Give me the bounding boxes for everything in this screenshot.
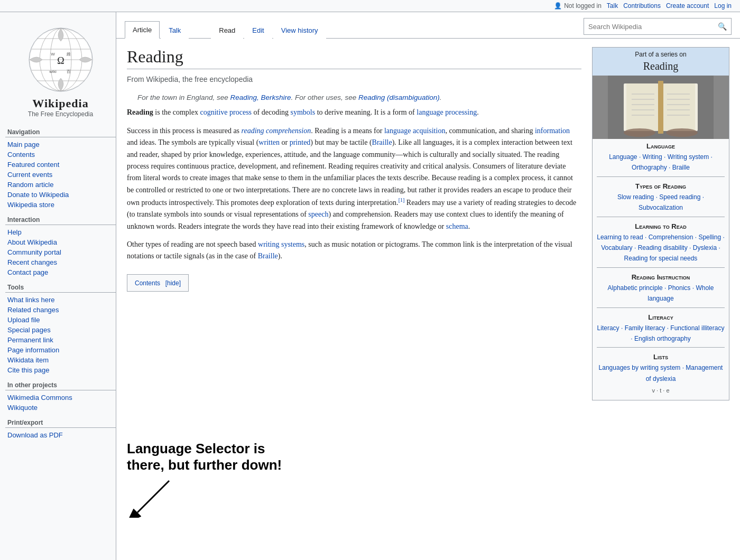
sidebar-item-contents[interactable]: Contents (5, 150, 116, 160)
language-acquisition-link[interactable]: language acquisition (384, 127, 445, 135)
learning-to-read-link[interactable]: Learning to read (597, 234, 643, 241)
sidebar-item-cite-this-page[interactable]: Cite this page (5, 365, 116, 375)
phonics-link[interactable]: Phonics (668, 284, 691, 292)
speed-reading-link[interactable]: Speed reading (659, 193, 700, 201)
writing-link[interactable]: Writing (643, 153, 662, 161)
comprehension-link[interactable]: Comprehension (649, 234, 693, 241)
sidebar-item-featured-content[interactable]: Featured content (5, 160, 116, 170)
search-input[interactable] (588, 23, 718, 31)
sidebar-item-contact[interactable]: Contact page (5, 267, 116, 277)
orthography-link[interactable]: Orthography (632, 164, 667, 171)
reading-comprehension-link[interactable]: reading comprehension (242, 127, 311, 135)
sidebar-item-random-article[interactable]: Random article (5, 180, 116, 190)
writing-systems-link[interactable]: writing systems (258, 240, 304, 248)
search-icon[interactable]: 🔍 (718, 22, 727, 31)
create-account-link[interactable]: Create account (666, 2, 709, 10)
sidebar-item-donate[interactable]: Donate to Wikipedia (5, 190, 116, 200)
braille-link-2[interactable]: Braille (258, 252, 278, 260)
sidebar-item-related-changes[interactable]: Related changes (5, 305, 116, 315)
infobox-instruction-section: Reading Instruction Alphabetic principle… (593, 270, 729, 305)
talk-link[interactable]: Talk (607, 2, 618, 10)
svg-rect-16 (626, 83, 658, 131)
sidebar-item-main-page[interactable]: Main page (5, 139, 116, 150)
infobox-language-title: Language (597, 142, 725, 150)
hatnote-berkshire-link[interactable]: Reading, Berkshire (230, 94, 291, 101)
svg-text:百: 百 (67, 69, 71, 74)
functional-illiteracy-link[interactable]: Functional illiteracy (670, 324, 724, 332)
alphabetic-principle-link[interactable]: Alphabetic principle (608, 284, 663, 292)
sidebar-item-help[interactable]: Help (5, 227, 116, 237)
article-tab[interactable]: Article (125, 21, 160, 39)
toc-hide-button[interactable]: [hide] (165, 279, 181, 287)
wikipedia-subtitle: The Free Encyclopedia (28, 110, 93, 118)
log-in-link[interactable]: Log in (714, 2, 732, 10)
edit-tab[interactable]: Edit (244, 22, 272, 39)
sidebar-item-community-portal[interactable]: Community portal (5, 247, 116, 257)
infobox-instruction-title: Reading Instruction (597, 273, 725, 281)
printed-link[interactable]: printed (290, 138, 311, 146)
content-header: Article Talk Read Edit View history 🔍 (116, 12, 740, 39)
subvocalization-link[interactable]: Subvocalization (639, 204, 683, 211)
svg-rect-19 (658, 81, 663, 134)
sidebar-item-special-pages[interactable]: Special pages (5, 325, 116, 335)
english-orthography-link[interactable]: English orthography (634, 335, 691, 342)
infobox: Part of a series on Reading (592, 47, 729, 400)
dyslexia-link[interactable]: Dyslexia (693, 244, 717, 251)
book-icon (608, 76, 714, 139)
written-link[interactable]: written (258, 138, 280, 146)
sidebar-item-download-pdf[interactable]: Download as PDF (5, 430, 116, 440)
article-paragraph-1: Reading is the complex cognitive process… (127, 107, 581, 118)
contributions-link[interactable]: Contributions (623, 2, 661, 10)
sidebar-item-wikiquote[interactable]: Wikiquote (5, 403, 116, 413)
infobox-literacy-section: Literacy Literacy · Family literacy · Fu… (593, 310, 729, 346)
sidebar-item-wikipedia-store[interactable]: Wikipedia store (5, 200, 116, 210)
symbols-link[interactable]: symbols (291, 108, 316, 116)
sidebar-item-page-information[interactable]: Page information (5, 345, 116, 355)
sidebar-item-wikimedia-commons[interactable]: Wikimedia Commons (5, 393, 116, 403)
reading-disability-link[interactable]: Reading disability (638, 244, 688, 251)
reading-special-needs-link[interactable]: Reading for special needs (624, 255, 698, 262)
sidebar-item-what-links-here[interactable]: What links here (5, 295, 116, 305)
information-link[interactable]: information (535, 127, 570, 135)
talk-tab[interactable]: Talk (161, 22, 189, 39)
infobox-divider-5 (597, 347, 725, 348)
slow-reading-link[interactable]: Slow reading (617, 193, 654, 201)
braille-link-1[interactable]: Braille (372, 138, 392, 146)
languages-by-writing-link[interactable]: Languages by writing system (599, 364, 681, 371)
infobox-series-label: Part of a series on (593, 48, 729, 59)
sidebar-item-upload-file[interactable]: Upload file (5, 315, 116, 325)
language-processing-link[interactable]: language processing (417, 108, 477, 116)
speech-link[interactable]: speech (308, 210, 328, 218)
svg-text:Ω: Ω (57, 55, 64, 66)
sidebar-item-recent-changes[interactable]: Recent changes (5, 257, 116, 267)
print-section: Print/export Download as PDF (5, 417, 116, 440)
language-link[interactable]: Language (609, 153, 637, 161)
family-literacy-link[interactable]: Family literacy (625, 324, 665, 332)
hatnote-disambiguation-link[interactable]: Reading (disambiguation) (358, 94, 440, 101)
svg-point-31 (666, 128, 698, 137)
other-projects-section: In other projects Wikimedia Commons Wiki… (5, 379, 116, 413)
article-paragraph-3: Other types of reading are not speech ba… (127, 239, 581, 263)
view-history-tab[interactable]: View history (273, 22, 326, 39)
spelling-link[interactable]: Spelling (698, 234, 721, 241)
sidebar-item-wikidata-item[interactable]: Wikidata item (5, 355, 116, 365)
sidebar-item-current-events[interactable]: Current events (5, 170, 116, 180)
schema-link[interactable]: schema (446, 222, 468, 230)
svg-rect-18 (663, 83, 695, 131)
cognitive-process-link[interactable]: cognitive process (200, 108, 252, 116)
braille-infobox-link[interactable]: Braille (672, 164, 690, 171)
top-bar: 👤 Not logged in Talk Contributions Creat… (0, 0, 740, 12)
writing-system-link[interactable]: Writing system (668, 153, 709, 161)
print-title: Print/export (5, 417, 116, 428)
literacy-link[interactable]: Literacy (597, 324, 619, 332)
article-subtitle: From Wikipedia, the free encyclopedia (127, 73, 581, 85)
infobox-literacy-links: Literacy · Family literacy · Functional … (597, 323, 725, 344)
vocabulary-link[interactable]: Vocabulary (601, 244, 632, 251)
article-body: Reading From Wikipedia, the free encyclo… (127, 47, 581, 560)
read-tab[interactable]: Read (211, 22, 243, 39)
infobox-lists-links: Languages by writing system · Management… (597, 362, 725, 384)
svg-text:W: W (51, 52, 55, 57)
sidebar-item-about[interactable]: About Wikipedia (5, 237, 116, 247)
sidebar-item-permanent-link[interactable]: Permanent link (5, 335, 116, 345)
tools-title: Tools (5, 282, 116, 293)
